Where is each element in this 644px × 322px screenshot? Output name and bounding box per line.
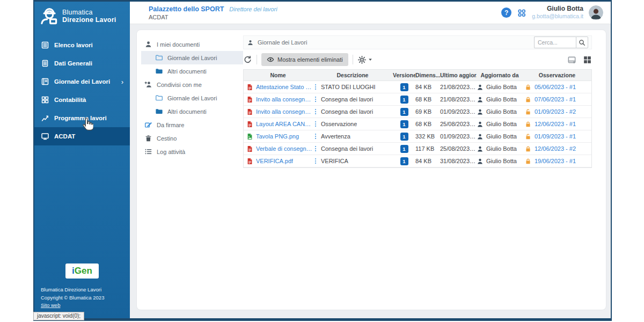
file-size: 69 KB [415, 108, 440, 115]
user-info: Giulio Botta g.botta@blumatica.it [532, 5, 583, 20]
column-header[interactable]: Osservazione [523, 72, 591, 78]
project-role: Direttore dei lavori [229, 6, 277, 12]
sidebar-item-icon [41, 96, 49, 104]
app-logo: Blumatica Direzione Lavori [34, 2, 130, 33]
column-header[interactable]: Ultimo aggior... [440, 72, 477, 78]
kebab-menu-icon[interactable] [312, 145, 319, 152]
tree-item[interactable]: Altri documenti [141, 105, 243, 118]
tree-item-icon [144, 80, 152, 89]
file-size: 84 KB [415, 84, 440, 90]
sidebar-item-icon [41, 59, 49, 68]
lock-icon [525, 96, 531, 103]
settings-dropdown[interactable] [357, 55, 373, 64]
last-updated: 25/08/2023 17:52 [440, 145, 477, 152]
tree-item-icon [155, 107, 163, 115]
table-row[interactable]: Tavola PNG.png Avvertenza 1 332 KB [244, 130, 591, 143]
sidebar-item-label: ACDAT [54, 133, 75, 140]
apps-grid-icon[interactable] [517, 8, 526, 18]
table-row[interactable]: Attestazione Stato de... STATO DEI LUOGH… [244, 81, 591, 93]
kebab-menu-icon[interactable] [312, 120, 319, 128]
lock-icon [525, 133, 531, 140]
content-area: I miei documenti Giornale dei Lavori Alt… [130, 24, 611, 318]
table-row[interactable]: VERIFICA.pdf VERIFICA 1 84 KB [244, 155, 591, 167]
sidebar-item-icon [41, 132, 49, 141]
kebab-menu-icon[interactable] [312, 83, 319, 91]
tree-item[interactable]: I miei documenti [141, 38, 243, 51]
tree-item[interactable]: Altri documenti [141, 64, 243, 78]
tree-item[interactable]: Giornale dei Lavori [141, 51, 243, 64]
column-header[interactable]: Dimens... [415, 72, 440, 78]
sidebar-item-label: Giornale dei Lavori [54, 78, 110, 85]
observation-link[interactable]: 19/06/2023 - #1 [535, 158, 576, 164]
user-avatar[interactable] [589, 5, 603, 20]
kebab-menu-icon[interactable] [312, 108, 319, 115]
building-icon [137, 5, 145, 13]
tree-item[interactable]: Da firmare [141, 118, 243, 131]
search-button[interactable] [576, 36, 588, 48]
refresh-icon[interactable] [243, 55, 252, 64]
file-size: 68 KB [415, 121, 440, 127]
column-header[interactable]: Descrizione [312, 72, 393, 78]
main-area: Palazzetto dello SPORT Direttore dei lav… [130, 2, 611, 318]
top-header: Palazzetto dello SPORT Direttore dei lav… [130, 2, 611, 24]
file-name-link[interactable]: Invito alla consegna ... [256, 96, 312, 103]
user-silhouette-icon [477, 84, 484, 91]
tree-item-icon [155, 67, 163, 75]
tree-item-label: Giornale dei Lavori [167, 55, 217, 61]
tree-item[interactable]: Log attività [141, 145, 243, 158]
card-view-icon[interactable] [567, 55, 576, 64]
column-header[interactable]: Aggiornato da [477, 72, 523, 78]
breadcrumb: ACDAT [137, 14, 277, 20]
eye-icon [267, 56, 274, 63]
sidebar-item[interactable]: Giornale dei Lavori › [34, 72, 130, 91]
version-badge: 1 [400, 96, 408, 104]
file-name-link[interactable]: Invito alla consegna ... [256, 108, 312, 115]
documents-panel: Giornale dei Lavori Mostra elementi elim… [243, 35, 592, 304]
grid-view-icon[interactable] [583, 55, 592, 64]
observation-link[interactable]: 07/06/2023 - #1 [535, 96, 576, 103]
column-header[interactable]: Versione [393, 72, 415, 78]
tree-item-label: Cestino [157, 135, 177, 142]
table-row[interactable]: Layout AREA CANTIE... Osservazione 1 68 … [244, 118, 591, 130]
panel-title: Giornale dei Lavori [258, 39, 307, 46]
sidebar-item[interactable]: Dati Generali [34, 54, 130, 72]
tree-item[interactable]: Condivisi con me [141, 78, 243, 91]
column-header[interactable]: Nome [244, 72, 312, 78]
lock-icon [525, 121, 531, 128]
file-name-link[interactable]: Tavola PNG.png [256, 133, 299, 140]
tree-item-label: Altri documenti [167, 68, 207, 75]
file-name-link[interactable]: Attestazione Stato de... [256, 84, 312, 90]
kebab-menu-icon[interactable] [312, 157, 319, 165]
file-name-link[interactable]: Layout AREA CANTIE... [256, 121, 312, 127]
observation-link[interactable]: 05/06/2023 - #1 [535, 84, 576, 90]
file-size: 84 KB [415, 158, 440, 164]
igen-logo: iGen [65, 264, 99, 279]
tree-item[interactable]: Cestino [141, 131, 243, 145]
file-name-link[interactable]: Verbale di consegna ... [256, 145, 312, 152]
user-silhouette-icon [477, 121, 484, 128]
kebab-menu-icon[interactable] [312, 133, 319, 140]
file-name-link[interactable]: VERIFICA.pdf [256, 158, 293, 164]
footer-website-link[interactable]: Sito web [41, 302, 123, 310]
observation-link[interactable]: 01/09/2023 - #1 [535, 133, 576, 140]
sidebar-item[interactable]: Contabilità [34, 91, 130, 109]
help-button[interactable]: ? [501, 8, 511, 18]
updated-by: Giulio Botta [486, 84, 517, 90]
search-input[interactable] [534, 36, 576, 48]
tree-item-icon [144, 40, 152, 48]
table-row[interactable]: Verbale di consegna ... Consegna dei lav… [244, 143, 591, 155]
file-description: VERIFICA [321, 158, 348, 164]
search-icon [579, 39, 586, 46]
sidebar-item[interactable]: Elenco lavori [34, 36, 130, 54]
tree-item[interactable]: Giornale dei Lavori [141, 91, 243, 105]
kebab-menu-icon[interactable] [312, 96, 319, 103]
observation-link[interactable]: 12/06/2023 - #2 [535, 145, 576, 152]
table-row[interactable]: Invito alla consegna ... Consegna dei la… [244, 106, 591, 118]
observation-link[interactable]: 01/09/2023 - #2 [535, 108, 576, 115]
show-deleted-button[interactable]: Mostra elementi eliminati [261, 53, 348, 66]
app-logo-text: Blumatica Direzione Lavori [62, 9, 116, 24]
table-row[interactable]: Invito alla consegna ... Consegna dei la… [244, 93, 591, 106]
documents-table: Nome Descrizione Versione Dimens... Ulti… [243, 69, 592, 168]
logo-line1: Blumatica [62, 9, 116, 16]
observation-link[interactable]: 12/06/2023 - #1 [535, 121, 576, 127]
